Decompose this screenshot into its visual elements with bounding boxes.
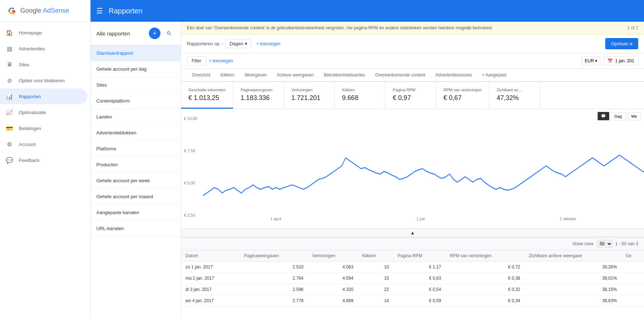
report-item[interactable]: Producten [91,157,181,173]
tab-item[interactable]: Overeenkomende content [370,69,430,82]
table-column-header[interactable]: RPM van vertoningen [446,250,524,262]
week-view-button[interactable]: We [627,112,641,120]
tab-item[interactable]: Klikken [216,69,240,82]
table-cell: 2.764 [240,273,308,284]
report-item[interactable]: Advertentieblokken [91,125,181,141]
tab-item[interactable]: Overzicht [187,69,216,82]
rapporten-icon: 📊 [6,93,13,100]
x-axis-labels: 1 april1 juli1 oktober [203,217,644,221]
reports-panel-title: Alle rapporten [96,30,130,37]
metric-card[interactable]: Vertoningen1.721.201 [284,82,335,109]
report-item[interactable]: Contentplatform [91,93,181,109]
tab-item[interactable]: Weergaven [239,69,272,82]
table-cell [621,273,644,284]
tab-item[interactable]: + Aangepast [477,69,511,82]
metric-card[interactable]: Zichtbare ac...47,32% [489,82,540,109]
chart-area: 💬 Dag We € 10,00€ 7,50€ 5,00€ 2,50 1 apr… [181,109,644,317]
sidebar-item-opties[interactable]: ⊘ Opties voor blokkeren [0,72,87,88]
metric-card[interactable]: Pagina-RPM€ 0,97 [385,82,436,109]
metric-value: 47,32% [497,94,532,102]
metric-label: Paginaweergaven [241,88,276,92]
menu-icon[interactable]: ☰ [96,7,103,15]
search-icon [166,30,172,36]
sidebar-item-betalingen[interactable]: 💳 Betalingen [0,120,87,136]
report-item[interactable]: Gehele account per week [91,173,181,189]
currency-selector[interactable]: EUR ▾ [582,57,601,65]
metric-card[interactable]: Klikken9.668 [335,82,385,109]
sidebar-label-advertenties: Advertenties [19,46,45,51]
date-picker-button[interactable]: 📅 1 jan. 201 [603,57,638,65]
table-cell [621,284,644,295]
search-reports-button[interactable] [163,28,175,39]
metric-card[interactable]: Paginaweergaven1.183.336 [233,82,284,109]
report-item[interactable]: Landen [91,109,181,125]
filter-button[interactable]: Filter [187,56,206,66]
metric-card[interactable]: RPM van vertoningen€ 0,67 [436,82,489,109]
metric-card[interactable]: Geschatte inkomsten€ 1.013,25 [181,82,233,109]
tab-item[interactable]: Advertentiesessies [430,69,477,82]
sidebar-item-sites[interactable]: 🖥 Sites [0,57,87,72]
sidebar-item-optimalisatie[interactable]: 📈 Optimalisatie [0,104,87,120]
report-item[interactable]: Standaardrapport [91,45,181,61]
report-item[interactable]: Gehele account per dag [91,61,181,77]
report-item[interactable]: Gehele account per maand [91,189,181,205]
tab-item[interactable]: Actieve weergaven [272,69,319,82]
table-cell: 14 [358,295,393,306]
table-column-header[interactable]: Pagina-RPM [393,250,446,262]
betalingen-icon: 💳 [6,125,13,132]
add-report-button[interactable]: + [149,28,160,39]
filter-bar: Filter + toevoegen EUR ▾ 📅 1 jan. 201 [181,53,644,69]
y-axis-label: € 7,50 [184,149,197,153]
table-cell: € 0,63 [393,273,446,284]
table-cell: € 0,38 [446,273,524,284]
reports-panel: Alle rapporten + StandaardrapportGehele … [91,22,181,317]
table-cell: 2.596 [240,284,308,295]
calendar-icon: 📅 [607,58,613,63]
report-item[interactable]: Platforms [91,141,181,157]
metric-value: 9.668 [342,94,378,102]
sites-icon: 🖥 [6,61,13,68]
sidebar-item-homepage[interactable]: 🏠 Homepage [0,25,87,41]
sidebar-item-rapporten[interactable]: 📊 Rapporten [0,88,87,104]
save-button[interactable]: Opslaan a [605,38,638,49]
table-cell: € 0,54 [393,284,446,295]
collapse-handle[interactable]: ▲ [181,228,644,237]
line-chart [203,109,644,228]
table-header-bar: Show rows 50 1 - 50 van 3 [181,238,644,250]
tab-item[interactable]: Betrokkenheidsacties [319,69,370,82]
table-cell: 22 [358,284,393,295]
add-filter-link[interactable]: + toevoegen [209,58,233,63]
rows-per-page-select[interactable]: 50 [597,240,612,248]
table-column-header[interactable]: Ge [621,250,644,262]
report-item[interactable]: URL-kanalen [91,221,181,237]
toolbar-right: Opslaan a [605,38,638,49]
opties-icon: ⊘ [6,77,13,84]
table-column-header[interactable]: Klikken [358,250,393,262]
metric-label: Klikken [342,88,378,92]
sidebar-item-advertenties[interactable]: ▤ Advertenties [0,41,87,57]
table-cell: 4.594 [308,273,358,284]
report-item[interactable]: Sites [91,77,181,93]
chat-icon-button[interactable]: 💬 [598,112,609,120]
rows-count: 1 - 50 van 3 [615,241,638,246]
table-row: di 3 jan. 20172.5964.32022€ 0,54€ 0,3238… [181,284,644,295]
table-column-header[interactable]: Datum [181,250,240,262]
report-item[interactable]: Aangepaste kanalen [91,205,181,221]
table-column-header[interactable]: Vertoningen [308,250,358,262]
chart-container: 💬 Dag We € 10,00€ 7,50€ 5,00€ 2,50 1 apr… [181,109,644,228]
metric-label: Geschatte inkomsten [188,88,226,92]
period-button[interactable]: Dagen ▾ [226,39,251,48]
sidebar-item-account[interactable]: ⚙ Account [0,136,87,152]
y-axis-label: € 5,00 [184,181,197,185]
table-column-header[interactable]: Paginaweergaven [240,250,308,262]
sidebar-navigation: 🏠 Homepage ▤ Advertenties 🖥 Sites ⊘ Opti… [0,22,90,317]
sidebar-item-feedback[interactable]: 💬 Feedback [0,152,87,168]
table-cell: € 0,34 [446,295,524,306]
day-view-button[interactable]: Dag [611,112,626,120]
info-banner-page: 1 of 2 [627,25,638,30]
google-logo-icon [6,5,17,17]
x-axis-label: 1 april [271,217,281,221]
sidebar-label-rapporten: Rapporten [19,94,41,99]
table-column-header[interactable]: Zichtbare actieve weergave [524,250,621,262]
add-dimension-link[interactable]: + toevoegen [256,41,280,46]
